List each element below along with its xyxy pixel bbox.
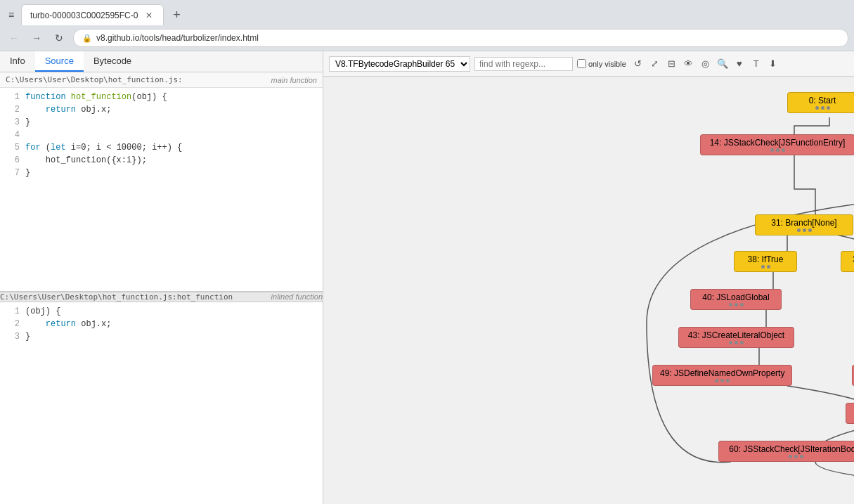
node-jsstackcheck2[interactable]: 60: JSStackCheck[JSIterationBody]	[718, 441, 854, 462]
text-icon[interactable]: T	[749, 56, 764, 72]
code-line: 1 function hot_function(obj) {	[0, 91, 323, 103]
file-label-main: main function	[271, 76, 317, 84]
file-label-inlined: inlined function	[271, 292, 323, 301]
node-label: 40: JSLoadGlobal	[702, 292, 769, 302]
tab-title: turbo-000003C0002595FC-0	[30, 11, 138, 20]
eye-icon[interactable]: 👁	[681, 56, 697, 72]
search-icon[interactable]: 🔍	[715, 56, 730, 72]
new-tab-button[interactable]: +	[167, 5, 186, 25]
graph-canvas[interactable]: 0: Start 14: JSStackCheck[JSFunctionEntr…	[323, 77, 854, 504]
right-panel: V8.TFBytecodeGraphBuilder 65 only visibl…	[323, 51, 854, 504]
reload-button[interactable]: ↻	[51, 30, 67, 46]
active-tab[interactable]: turbo-000003C0002595FC-0 ✕	[21, 4, 164, 25]
refresh-icon[interactable]: ↺	[630, 56, 646, 72]
expand-icon[interactable]: ⤢	[647, 56, 663, 72]
code-line: 3 }	[0, 330, 323, 343]
code-line: 6 hot_function({x:i});	[0, 154, 323, 167]
code-block-main: 1 function hot_function(obj) { 2 return …	[0, 88, 323, 291]
tab-bytecode[interactable]: Bytecode	[84, 51, 141, 72]
source-section: C:\Users\User\Desktop\hot_function.js: m…	[0, 72, 323, 504]
code-line: 4	[0, 129, 323, 141]
address-bar: ← → ↻ 🔒 v8.github.io/tools/head/turboliz…	[0, 25, 854, 51]
search-input[interactable]	[474, 57, 573, 71]
only-visible-label[interactable]: only visible	[577, 59, 626, 68]
node-iftrue[interactable]: 38: IfTrue	[734, 251, 797, 272]
node-label: 60: JSStackCheck[JSIterationBody]	[729, 444, 854, 454]
graph-toolbar: V8.TFBytecodeGraphBuilder 65 only visibl…	[323, 51, 854, 77]
file-path-inlined: C:\Users\User\Desktop\hot_function.js:ho…	[0, 292, 233, 302]
url-bar[interactable]: 🔒 v8.github.io/tools/head/turbolizer/ind…	[73, 29, 848, 47]
main-content: Info Source Bytecode C:\Users\User\Deskt…	[0, 51, 854, 504]
browser-chrome: ≡ turbo-000003C0002595FC-0 ✕ + ← → ↻ 🔒 v…	[0, 0, 854, 51]
node-jsstackcheck1[interactable]: 14: JSStackCheck[JSFunctionEntry]	[700, 134, 854, 155]
tab-source[interactable]: Source	[35, 51, 84, 72]
phase-select[interactable]: V8.TFBytecodeGraphBuilder 65	[329, 56, 470, 72]
url-text: v8.github.io/tools/head/turbolizer/index…	[96, 33, 259, 43]
left-panel: Info Source Bytecode C:\Users\User\Deskt…	[0, 51, 323, 504]
only-visible-checkbox[interactable]	[577, 59, 586, 68]
node-jsdefine[interactable]: 49: JSDefineNamedOwnProperty	[652, 365, 792, 386]
node-label: 49: JSDefineNamedOwnProperty	[660, 368, 784, 378]
panel-tabs: Info Source Bytecode	[0, 51, 323, 72]
heart-icon[interactable]: ♥	[732, 56, 747, 72]
node-branch[interactable]: 31: Branch[None]	[755, 214, 853, 235]
code-line: 5 for (let i=0; i < 10000; i++) {	[0, 141, 323, 154]
browser-menu-icon[interactable]: ≡	[6, 9, 17, 20]
node-jscall[interactable]: 53: JSCall	[846, 403, 854, 424]
file-path-main: C:\Users\User\Desktop\hot_function.js:	[6, 75, 183, 84]
code-block-inlined: 1 (obj) { 2 return obj.x; 3 }	[0, 302, 323, 505]
code-line: 2 return obj.x;	[0, 103, 323, 116]
node-jscreateliteralobject[interactable]: 43: JSCreateLiteralObject	[678, 327, 794, 348]
node-label: 43: JSCreateLiteralObject	[688, 330, 784, 340]
node-iffalse[interactable]: 32: IfFalse	[841, 251, 854, 272]
file-header-inlined: C:\Users\User\Desktop\hot_function.js:ho…	[0, 292, 323, 302]
tab-bar: ≡ turbo-000003C0002595FC-0 ✕ +	[0, 0, 854, 25]
tab-close-button[interactable]: ✕	[143, 10, 155, 21]
code-line: 2 return obj.x;	[0, 318, 323, 330]
node-label: 38: IfTrue	[748, 254, 784, 264]
node-start[interactable]: 0: Start	[787, 92, 854, 113]
download-icon[interactable]: ⬇	[765, 56, 781, 72]
back-button[interactable]: ←	[6, 30, 22, 46]
node-label: 31: Branch[None]	[771, 218, 836, 228]
layout-icon[interactable]: ⊟	[664, 56, 680, 72]
code-line: 3 }	[0, 116, 323, 129]
hide-icon[interactable]: ◎	[698, 56, 713, 72]
only-visible-text: only visible	[588, 60, 626, 68]
file-header-main: C:\Users\User\Desktop\hot_function.js: m…	[0, 72, 323, 88]
code-line: 7 }	[0, 167, 323, 179]
lock-icon: 🔒	[82, 34, 92, 43]
node-jsloadglobal[interactable]: 40: JSLoadGlobal	[690, 289, 782, 310]
tab-info[interactable]: Info	[0, 51, 35, 72]
code-line: 1 (obj) {	[0, 305, 323, 318]
toolbar-icons: ↺ ⤢ ⊟ 👁 ◎ 🔍 ♥ T ⬇	[630, 56, 781, 72]
node-label: 14: JSStackCheck[JSFunctionEntry]	[710, 138, 846, 148]
forward-button[interactable]: →	[28, 30, 45, 46]
node-label: 0: Start	[809, 96, 836, 105]
